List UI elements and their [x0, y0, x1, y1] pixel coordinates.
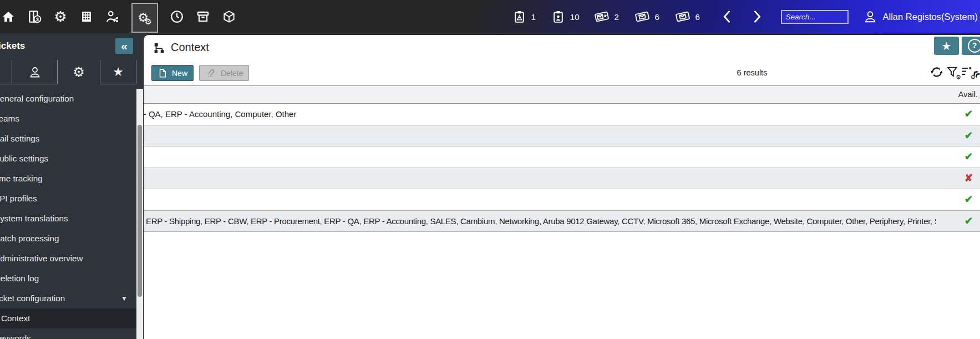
home-icon[interactable]	[1, 9, 16, 24]
column-header-avail: Avail.	[941, 86, 980, 103]
row-categories	[144, 125, 936, 146]
table-row[interactable]: ✔	[144, 125, 980, 147]
main-content-card: Context New Delete 6 results ⚙	[143, 34, 980, 339]
gear-icon: ⚙	[73, 64, 85, 80]
user-share-icon[interactable]	[105, 9, 120, 24]
ticket-send-icon	[675, 9, 690, 24]
ticket-add-icon	[594, 9, 610, 24]
module-nav: $ ⚙ ⚙⚙	[0, 1, 236, 33]
table-row[interactable]: ERP - Shipping, ERP - CBW, ERP - Procure…	[144, 211, 980, 232]
settings-gear-icon[interactable]: ⚙	[53, 9, 68, 24]
help-button[interactable]: ?	[962, 37, 980, 55]
sidebar-item-public-settings[interactable]: Public settings	[0, 149, 136, 169]
sidebar-scrollbar-thumb[interactable]	[138, 125, 142, 297]
page-header: Context	[153, 41, 209, 54]
svg-text:$: $	[36, 17, 39, 22]
topbar-right-group: 1 10 2 6	[498, 9, 980, 24]
favorite-star-button[interactable]: ★	[934, 37, 959, 55]
new-button[interactable]: New	[151, 65, 194, 81]
refresh-icon[interactable]	[930, 65, 943, 79]
archive-box-icon[interactable]	[196, 9, 210, 24]
search-input[interactable]	[781, 10, 849, 24]
column-header-main	[144, 86, 941, 103]
star-icon: ★	[942, 39, 952, 53]
chevron-right-icon[interactable]	[752, 9, 763, 24]
sidebar-item-keywords[interactable]: Keywords	[0, 328, 136, 339]
sidebar-item-batch-processing[interactable]: Batch processing	[0, 229, 136, 249]
availability-mark: ✔	[936, 189, 980, 210]
sidebar-title: Tickets	[0, 41, 25, 52]
counter-value: 10	[570, 12, 580, 22]
operations-management-selected-icon[interactable]: ⚙⚙	[131, 3, 158, 33]
counter-value: 2	[615, 12, 620, 22]
sidebar-item-deletion-log[interactable]: Deletion log	[0, 269, 136, 289]
page-title: Context	[171, 41, 209, 54]
sidebar-item-ticket-configuration[interactable]: Ticket configuration ▼	[0, 289, 136, 308]
sitemap-icon	[153, 42, 165, 54]
clipboard-person-icon	[551, 10, 565, 24]
sidebar-tab-partial[interactable]	[0, 60, 12, 84]
row-categories: ERP - QA, ERP - Accounting, Computer, Ot…	[144, 104, 936, 125]
user-icon	[863, 9, 877, 24]
sidebar-item-administrative-overview[interactable]: Administrative overview	[0, 249, 136, 269]
table-header-row: Avail.	[144, 85, 980, 104]
sidebar-item-time-tracking[interactable]: Time tracking	[0, 169, 136, 189]
sidebar-item-general-configuration[interactable]: General configuration	[0, 89, 136, 109]
chevron-down-icon: ▼	[121, 289, 128, 308]
availability-mark: ✘	[936, 168, 980, 189]
ticket-mail-icon	[634, 9, 650, 24]
row-categories: ERP - Shipping, ERP - CBW, ERP - Procure…	[144, 211, 936, 232]
sidebar-tabs: ⚙ ★	[0, 60, 136, 84]
sidebar-tickets-panel: Tickets « ⚙ ★ General configuration Team…	[0, 33, 143, 339]
sidebar-collapse-button[interactable]: «	[115, 38, 133, 54]
context-table: Avail. ERP - QA, ERP - Accounting, Compu…	[144, 85, 980, 232]
results-count: 6 results	[719, 68, 785, 77]
delete-button[interactable]: Delete	[199, 65, 249, 81]
counter-tickets-sent[interactable]: 6	[675, 9, 701, 24]
sidebar-item-teams[interactable]: Teams	[0, 109, 136, 129]
availability-mark: ✔	[936, 211, 980, 232]
sidebar-item-context[interactable]: Context	[0, 308, 136, 328]
sidebar-tab-person[interactable]	[12, 60, 58, 84]
row-categories	[144, 168, 936, 189]
help-icon: ?	[968, 39, 980, 53]
availability-mark: ✔	[936, 104, 980, 125]
table-row[interactable]: ERP - QA, ERP - Accounting, Computer, Ot…	[144, 104, 980, 125]
chevron-left-icon[interactable]	[721, 9, 732, 24]
user-menu[interactable]: Allan Registos(System)	[863, 9, 978, 24]
user-name: Allan Registos(System)	[883, 12, 978, 22]
row-categories	[144, 146, 936, 168]
table-row[interactable]: ✔	[144, 189, 980, 211]
sidebar-item-api-profiles[interactable]: API profiles	[0, 189, 136, 209]
table-row[interactable]: ✔	[144, 146, 980, 168]
counter-tasks-assigned[interactable]: 10	[551, 10, 580, 24]
sidebar-item-mail-settings[interactable]: Mail settings	[0, 129, 136, 149]
assets-cube-icon[interactable]	[222, 9, 236, 24]
counter-value: 6	[695, 12, 701, 22]
counter-tickets-new[interactable]: 2	[594, 9, 620, 24]
time-registration-icon[interactable]	[170, 9, 184, 24]
sidebar-tab-favorites[interactable]: ★	[100, 60, 136, 84]
top-navigation-bar: $ ⚙ ⚙⚙	[0, 0, 980, 33]
availability-mark: ✔	[936, 146, 980, 168]
organization-building-icon[interactable]	[79, 9, 94, 24]
finance-building-icon[interactable]: $	[27, 9, 42, 24]
sidebar-tab-settings[interactable]: ⚙	[58, 60, 100, 84]
application-window: $ ⚙ ⚙⚙	[0, 0, 980, 339]
clipboard-alert-icon	[512, 10, 526, 24]
counter-tickets-mail[interactable]: 6	[634, 9, 661, 24]
sidebar-menu: General configuration Teams Mail setting…	[0, 89, 136, 339]
star-icon: ★	[113, 65, 124, 79]
sidebar-item-system-translations[interactable]: System translations	[0, 209, 136, 229]
counter-value: 6	[655, 12, 661, 22]
availability-mark: ✔	[936, 125, 980, 146]
filter-settings-icon[interactable]: ⚙	[946, 65, 959, 79]
counter-value: 1	[531, 12, 537, 22]
delete-eraser-icon	[205, 68, 216, 79]
person-icon	[28, 65, 42, 79]
row-categories	[144, 189, 936, 210]
collapse-panel-icon[interactable]: «	[973, 65, 980, 79]
sidebar-scrollbar-track[interactable]	[136, 89, 143, 339]
table-row[interactable]: ✘	[144, 168, 980, 190]
counter-tasks-alert[interactable]: 1	[512, 10, 537, 24]
